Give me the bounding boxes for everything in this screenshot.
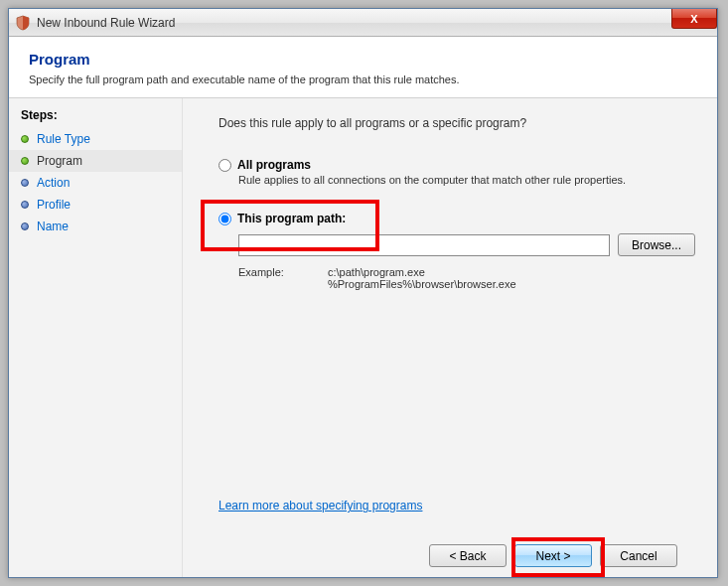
step-program[interactable]: Program bbox=[9, 150, 182, 172]
program-path-input[interactable] bbox=[238, 234, 610, 256]
step-profile[interactable]: Profile bbox=[9, 194, 182, 216]
step-label: Rule Type bbox=[37, 132, 90, 146]
close-button[interactable]: X bbox=[671, 9, 717, 29]
header: Program Specify the full program path an… bbox=[9, 37, 717, 98]
label-this-program-path: This program path: bbox=[237, 212, 346, 225]
next-button[interactable]: Next > bbox=[514, 544, 592, 567]
radio-all-programs[interactable] bbox=[218, 159, 231, 172]
desc-all-programs: Rule applies to all connections on the c… bbox=[238, 174, 695, 186]
browse-button[interactable]: Browse... bbox=[618, 233, 695, 256]
option-this-program: This program path: Browse... Example: c:… bbox=[218, 212, 695, 290]
step-bullet-icon bbox=[21, 222, 29, 230]
step-action[interactable]: Action bbox=[9, 172, 182, 194]
example-label: Example: bbox=[238, 266, 328, 290]
titlebar[interactable]: New Inbound Rule Wizard X bbox=[9, 9, 717, 37]
content-pane: Does this rule apply to all programs or … bbox=[183, 98, 717, 577]
step-bullet-icon bbox=[21, 157, 29, 165]
step-bullet-icon bbox=[21, 179, 29, 187]
firewall-shield-icon bbox=[15, 15, 31, 31]
option-all-programs: All programs Rule applies to all connect… bbox=[218, 158, 695, 186]
page-title: Program bbox=[29, 51, 697, 68]
back-button[interactable]: < Back bbox=[429, 544, 507, 567]
step-rule-type[interactable]: Rule Type bbox=[9, 128, 182, 150]
window-title: New Inbound Rule Wizard bbox=[37, 16, 175, 30]
steps-sidebar: Steps: Rule Type Program Action Profile … bbox=[9, 98, 183, 577]
label-all-programs: All programs bbox=[237, 158, 311, 172]
step-bullet-icon bbox=[21, 201, 29, 209]
question-text: Does this rule apply to all programs or … bbox=[218, 116, 695, 130]
wizard-window: New Inbound Rule Wizard X Program Specif… bbox=[8, 8, 718, 578]
steps-title: Steps: bbox=[9, 108, 182, 128]
step-label: Name bbox=[37, 220, 69, 233]
cancel-button[interactable]: Cancel bbox=[600, 544, 677, 567]
footer-buttons: < Back Next > Cancel bbox=[218, 532, 695, 567]
close-icon: X bbox=[690, 13, 697, 25]
page-subtitle: Specify the full program path and execut… bbox=[29, 73, 697, 85]
step-label: Profile bbox=[37, 198, 71, 212]
radio-this-program-path[interactable] bbox=[218, 213, 231, 225]
step-name[interactable]: Name bbox=[9, 216, 182, 237]
example-text: c:\path\program.exe %ProgramFiles%\brows… bbox=[328, 266, 516, 290]
learn-more-link[interactable]: Learn more about specifying programs bbox=[218, 499, 695, 513]
step-label: Action bbox=[37, 176, 70, 190]
step-bullet-icon bbox=[21, 135, 29, 143]
step-label: Program bbox=[37, 154, 82, 168]
